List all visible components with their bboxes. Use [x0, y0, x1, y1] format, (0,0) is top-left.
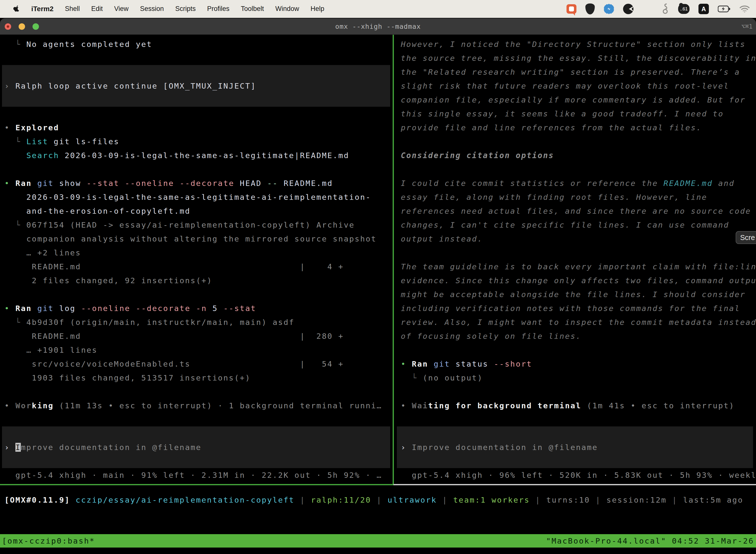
terminal-line: companion file, especially if more comme… [401, 93, 756, 107]
timer-badge-text: ..61 [680, 6, 688, 12]
menu-item-view[interactable]: View [114, 5, 128, 13]
terminal-line: • Ran git log --oneline --decorate -n 5 … [4, 301, 393, 315]
terminal-line: src/voice/voiceModeEnabled.ts | 54 + [4, 357, 393, 371]
menu-item-shell[interactable]: Shell [65, 5, 80, 13]
prompt-input-line: › Ralph loop active continue [OMX_TMUX_I… [4, 79, 390, 93]
terminal-line: Considering citation options [401, 149, 756, 162]
screen-tooltip: Scre [736, 231, 756, 244]
terminal-line: └ (no output) [401, 371, 756, 385]
terminal-line: output instead. [401, 232, 756, 246]
window-shortcut-badge: ⌥⌘1 [741, 18, 753, 35]
blue-badge-icon[interactable] [604, 4, 614, 14]
pane-border-bottom-left [0, 484, 393, 485]
terminal-line: might be acceptable alongside the file l… [401, 287, 756, 301]
blank-line [401, 343, 756, 357]
terminal-line: this single essay, it seems like a good … [401, 107, 756, 121]
tmux-pane-right[interactable]: However, I noticed the "Directory Struct… [395, 35, 756, 484]
shield-grid-icon[interactable] [585, 3, 595, 14]
terminal-line: └ 4b9d30f (origin/main, instructkr/main,… [4, 315, 393, 329]
terminal-line: 1903 files changed, 513517 insertions(+) [4, 371, 393, 385]
terminal-line: provide file and line references from th… [401, 121, 756, 134]
terminal-line: • Waiting for background terminal (1m 41… [401, 399, 756, 412]
terminal-line: of focusing solely on file lines. [401, 329, 756, 343]
terminal-line: Search 2026-03-09-is-legal-the-same-as-l… [4, 149, 393, 162]
menu-items: iTerm2ShellEditViewSessionScriptsProfile… [31, 5, 324, 13]
window-title: omx --xhigh --madmax [0, 18, 756, 35]
tmux-session-label: [omx-cczip0:bash* [2, 534, 95, 548]
menu-item-window[interactable]: Window [275, 5, 299, 13]
terminal-line: 2 files changed, 92 insertions(+) [4, 274, 393, 287]
squiggle-icon[interactable] [662, 3, 669, 15]
terminal-line: essay file, along with finding root file… [401, 190, 756, 204]
blank-line [4, 287, 393, 301]
terminal-line: └ List git ls-files [4, 134, 393, 149]
blank-line [4, 162, 393, 176]
terminal-line: However, I noticed the "Directory Struct… [401, 37, 756, 51]
chat-app-icon[interactable] [567, 4, 576, 14]
disc-notch-icon[interactable] [623, 4, 633, 14]
tmux-pane-left[interactable]: └ No agents completed yet› Ralph loop ac… [0, 35, 393, 484]
tmux-status-bar: [omx-cczip0:bash* "MacBook-Pro-44.local"… [0, 534, 756, 548]
menu-bar-left: iTerm2ShellEditViewSessionScriptsProfile… [0, 5, 324, 13]
keyboard-layout-icon[interactable]: A [698, 4, 709, 14]
terminal-line: README.md | 280 + [4, 329, 393, 343]
terminal-line: 2026-03-09-is-legal-the-same-as-legitima… [4, 190, 393, 204]
blank-line [4, 51, 393, 65]
terminal-line: including verification notes with those … [401, 301, 756, 315]
timer-badge-icon[interactable]: ..61 [678, 4, 690, 14]
blank-line [4, 385, 393, 399]
tmux-host-clock: "MacBook-Pro-44.local" 04:52 31-Mar-26 [546, 534, 754, 548]
terminal-line: └ 067f154 (HEAD -> essay/ai-reimplementa… [4, 218, 393, 232]
prompt-input-box[interactable]: › Ralph loop active continue [OMX_TMUX_I… [2, 65, 390, 107]
terminal-line: review. Also, I might want to inspect th… [401, 315, 756, 329]
wifi-icon[interactable] [740, 5, 750, 13]
terminal-line: references need actual files, and since … [401, 204, 756, 218]
terminal-line: changes, I can't cite specific file line… [401, 218, 756, 232]
blank-line [401, 134, 756, 149]
terminal-line: └ No agents completed yet [4, 37, 393, 51]
omx-status-line: [OMX#0.11.9] cczip/essay/ai-reimplementa… [4, 493, 743, 507]
menu-item-profiles[interactable]: Profiles [207, 5, 230, 13]
terminal-line: • Explored [4, 121, 393, 134]
menu-item-toolbelt[interactable]: Toolbelt [241, 5, 264, 13]
terminal-line: gpt-5.4 xhigh · main · 91% left · 2.31M … [4, 468, 393, 482]
menu-item-edit[interactable]: Edit [91, 5, 103, 13]
menu-item-session[interactable]: Session [140, 5, 164, 13]
terminal-line: • Working (11m 13s • esc to interrupt) ·… [4, 399, 393, 412]
blank-line [401, 385, 756, 399]
terminal-line: and-the-erosion-of-copyleft.md [4, 204, 393, 218]
terminal-line: The team guideline is to back every impo… [401, 260, 756, 274]
terminal-line: the "Related research writing" section i… [401, 65, 756, 79]
menu-bar-status-icons: ..61 A [567, 0, 750, 18]
blank-line [4, 107, 393, 121]
terminal-line: the source tree, missing the essay. Stil… [401, 51, 756, 65]
prompt-input-box[interactable]: › Improve documentation in @filename [397, 427, 753, 468]
terminal-line: … +2 lines [4, 246, 393, 260]
keyboard-layout-text: A [701, 5, 706, 13]
terminal-line: gpt-5.4 xhigh · 96% left · 520K in · 5.8… [401, 468, 756, 482]
blank-line [401, 412, 756, 427]
terminal-line: I could cite commit statistics or refere… [401, 176, 756, 190]
terminal-line: evidence. Since this change only affects… [401, 274, 756, 287]
battery-icon[interactable] [718, 5, 731, 13]
terminal-line: README.md | 4 + [4, 260, 393, 274]
terminal-line: slight risk that future readers may over… [401, 79, 756, 93]
blank-line [401, 246, 756, 260]
window-titlebar[interactable]: omx --xhigh --madmax ⌥⌘1 [0, 18, 756, 35]
apple-menu-icon[interactable] [13, 5, 20, 13]
menu-item-iterm2[interactable]: iTerm2 [31, 5, 54, 13]
dots-grid-icon[interactable] [642, 4, 653, 14]
prompt-input-box[interactable]: › Improve documentation in @filename [2, 427, 390, 468]
terminal-line: companion analysis without altering the … [4, 232, 393, 246]
screen-tooltip-text: Scre [740, 233, 755, 241]
prompt-input-line: › Improve documentation in @filename [401, 440, 753, 454]
menu-bar: iTerm2ShellEditViewSessionScriptsProfile… [0, 0, 756, 18]
pane-divider-vertical[interactable] [393, 35, 394, 484]
pane-border-bottom-right [393, 484, 756, 485]
menu-item-help[interactable]: Help [311, 5, 324, 13]
iterm2-window: omx --xhigh --madmax ⌥⌘1 └ No agents com… [0, 18, 756, 554]
terminal-line: • Ran git show --stat --oneline --decora… [4, 176, 393, 190]
terminal-line: … +1901 lines [4, 343, 393, 357]
terminal-line: • Ran git status --short [401, 357, 756, 371]
menu-item-scripts[interactable]: Scripts [175, 5, 196, 13]
